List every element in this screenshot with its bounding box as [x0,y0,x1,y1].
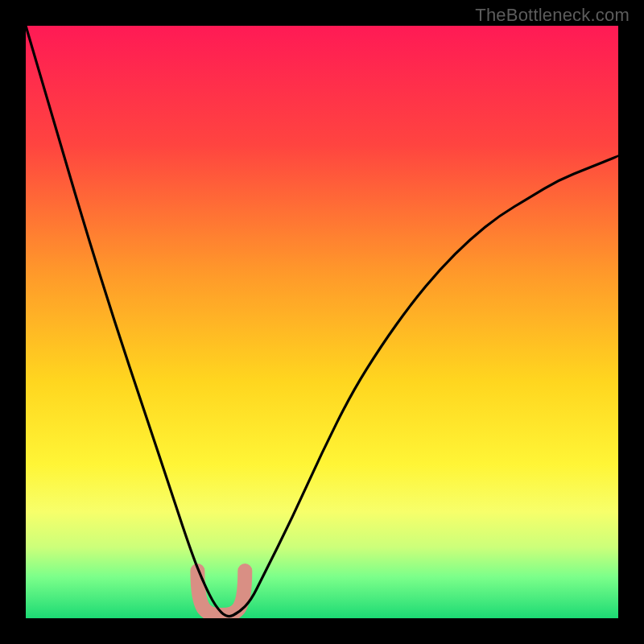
chart-canvas [26,26,618,618]
bottleneck-curve [26,26,618,617]
bottom-marker [197,571,245,615]
plot-area [26,26,618,618]
attribution-watermark: TheBottleneck.com [475,5,630,26]
chart-frame: TheBottleneck.com [0,0,644,644]
